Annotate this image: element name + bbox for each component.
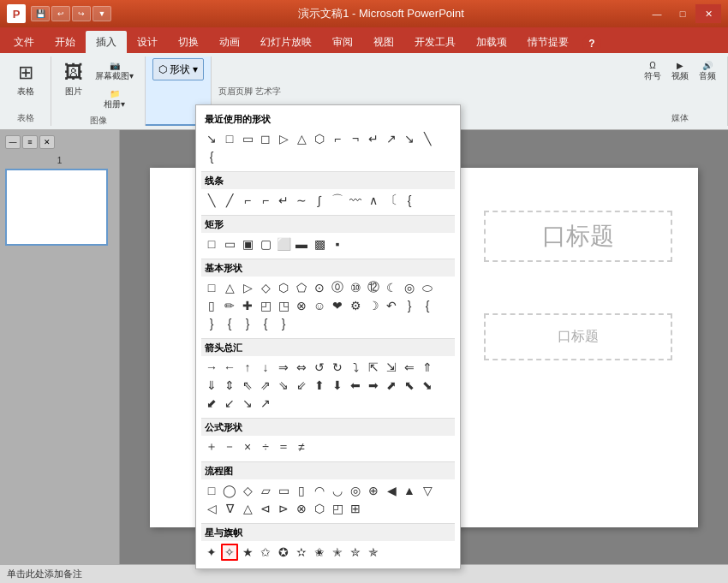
slide-title-placeholder[interactable]: 口标题 bbox=[484, 211, 672, 262]
shape-item[interactable]: ⬡ bbox=[311, 130, 328, 147]
shape-item[interactable]: ↶ bbox=[383, 297, 400, 314]
tab-animations[interactable]: 动画 bbox=[209, 31, 250, 53]
shape-item[interactable]: ⬈ bbox=[383, 377, 400, 394]
shape-item[interactable]: ◁ bbox=[203, 500, 220, 517]
shape-item[interactable]: ⚙ bbox=[347, 297, 364, 314]
shape-item[interactable]: □ bbox=[203, 482, 220, 499]
tab-design[interactable]: 设计 bbox=[127, 31, 168, 53]
shape-item[interactable]: ↵ bbox=[275, 192, 292, 209]
shape-item[interactable]: ⇓ bbox=[203, 377, 220, 394]
shape-item[interactable]: ⑩ bbox=[347, 279, 364, 296]
shape-item[interactable]: ⇐ bbox=[401, 359, 418, 376]
shape-item[interactable]: ◀ bbox=[383, 482, 400, 499]
shape-item[interactable]: ✭ bbox=[329, 544, 346, 561]
shape-item[interactable]: ✫ bbox=[293, 544, 310, 561]
shape-item[interactable]: ⊳ bbox=[275, 500, 292, 517]
shape-item[interactable]: ⌐ bbox=[329, 130, 346, 147]
tab-view[interactable]: 视图 bbox=[363, 31, 404, 53]
shape-item[interactable]: － bbox=[221, 438, 238, 455]
shape-item[interactable]: ▽ bbox=[419, 482, 436, 499]
shapes-scroll-area[interactable]: 最近使用的形状 ↘ □ ▭ ◻ ▷ △ ⬡ ⌐ ¬ ↵ ↗ ↘ ╲ { bbox=[196, 109, 460, 565]
shape-item[interactable]: { bbox=[203, 148, 220, 165]
shape-item[interactable]: ⇗ bbox=[257, 377, 274, 394]
shape-item[interactable]: ⓪ bbox=[329, 279, 346, 296]
shape-item[interactable]: ▷ bbox=[239, 279, 256, 296]
shape-item[interactable]: □ bbox=[221, 130, 238, 147]
shape-item[interactable]: ▣ bbox=[239, 235, 256, 253]
shape-item[interactable]: ★ bbox=[239, 544, 256, 561]
shape-item[interactable]: ◰ bbox=[257, 297, 274, 314]
help-button[interactable]: ? bbox=[582, 34, 601, 53]
tab-storyboard[interactable]: 情节提要 bbox=[517, 31, 579, 53]
shape-item[interactable]: ⊗ bbox=[293, 500, 310, 517]
shape-item[interactable]: ▭ bbox=[275, 482, 292, 499]
table-button[interactable]: ⊞ 表格 bbox=[10, 58, 41, 101]
tab-insert[interactable]: 插入 bbox=[86, 31, 127, 53]
shape-item[interactable]: ⬡ bbox=[275, 279, 292, 296]
shape-item[interactable]: ＋ bbox=[203, 438, 220, 455]
shape-item[interactable]: { bbox=[221, 315, 238, 332]
shape-item[interactable]: ÷ bbox=[257, 438, 274, 455]
shape-item[interactable]: ◰ bbox=[329, 500, 346, 517]
shape-item[interactable]: ↓ bbox=[257, 359, 274, 376]
shape-item[interactable]: ⬜ bbox=[275, 235, 292, 253]
shape-item[interactable]: ✩ bbox=[257, 544, 274, 561]
shape-item[interactable]: ↙ bbox=[221, 395, 238, 412]
shape-item[interactable]: ⇒ bbox=[275, 359, 292, 376]
shape-item[interactable]: } bbox=[275, 315, 292, 332]
shape-item[interactable]: ╱ bbox=[221, 192, 238, 209]
shape-item[interactable]: ✏ bbox=[221, 297, 238, 314]
shape-item[interactable]: ◇ bbox=[257, 279, 274, 296]
undo-button[interactable]: ↩ bbox=[51, 6, 70, 21]
tab-review[interactable]: 审阅 bbox=[322, 31, 363, 53]
shape-item[interactable]: ◎ bbox=[401, 279, 418, 296]
shape-item[interactable]: ⑫ bbox=[365, 279, 382, 296]
shape-item[interactable]: ✮ bbox=[347, 544, 364, 561]
shape-item[interactable]: ▲ bbox=[401, 482, 418, 499]
shape-item[interactable]: ❤ bbox=[329, 297, 346, 314]
shape-item[interactable]: ⇱ bbox=[365, 359, 382, 376]
shape-item[interactable]: ✧ bbox=[221, 544, 238, 561]
shape-item[interactable]: ◠ bbox=[311, 482, 328, 499]
shape-item[interactable]: ⇕ bbox=[221, 377, 238, 394]
shape-item[interactable]: ╲ bbox=[419, 130, 436, 147]
shape-item[interactable]: ↗ bbox=[257, 395, 274, 412]
shape-item[interactable]: ☽ bbox=[365, 297, 382, 314]
shape-item[interactable]: ▬ bbox=[293, 235, 310, 253]
shape-item[interactable]: ⊕ bbox=[365, 482, 382, 499]
shape-item[interactable]: ✚ bbox=[239, 297, 256, 314]
screenshot-button[interactable]: 📷 屏幕截图▾ bbox=[91, 58, 138, 85]
shape-item[interactable]: → bbox=[203, 359, 220, 376]
status-notes-text[interactable]: 单击此处添加备注 bbox=[7, 568, 82, 580]
shape-item[interactable]: × bbox=[239, 438, 256, 455]
shape-item[interactable]: ＝ bbox=[275, 438, 292, 455]
panel-outline-btn[interactable]: ≡ bbox=[22, 135, 38, 149]
close-button[interactable]: ✕ bbox=[695, 4, 721, 23]
shape-item[interactable]: ⬠ bbox=[293, 279, 310, 296]
slide-subtitle-placeholder[interactable]: 口标题 bbox=[484, 313, 672, 360]
shape-item[interactable]: ◻ bbox=[257, 130, 274, 147]
panel-minimize-btn[interactable]: — bbox=[5, 135, 21, 149]
shape-item[interactable]: ⬊ bbox=[419, 377, 436, 394]
maximize-button[interactable]: □ bbox=[670, 4, 695, 23]
slide-thumbnail[interactable] bbox=[5, 169, 108, 246]
shape-item[interactable]: 〰 bbox=[347, 192, 364, 209]
shape-item[interactable]: ⇙ bbox=[293, 377, 310, 394]
shape-item[interactable]: ▭ bbox=[239, 130, 256, 147]
shape-item[interactable]: ⬇ bbox=[329, 377, 346, 394]
shape-item[interactable]: ◇ bbox=[239, 482, 256, 499]
shape-item[interactable]: ⇑ bbox=[419, 359, 436, 376]
shape-item[interactable]: ⇔ bbox=[293, 359, 310, 376]
shape-item[interactable]: 〔 bbox=[383, 192, 400, 209]
shape-item[interactable]: ▪ bbox=[329, 235, 346, 253]
shape-item[interactable]: △ bbox=[293, 130, 310, 147]
shape-item[interactable]: ⬭ bbox=[419, 279, 436, 296]
tab-home[interactable]: 开始 bbox=[45, 31, 86, 53]
customize-btn[interactable]: ▼ bbox=[92, 6, 111, 21]
shape-item[interactable]: ↘ bbox=[203, 130, 220, 147]
shape-item[interactable]: ▱ bbox=[257, 482, 274, 499]
shape-item[interactable]: ≠ bbox=[293, 438, 310, 455]
window-controls[interactable]: — □ ✕ bbox=[644, 4, 721, 23]
minimize-button[interactable]: — bbox=[644, 4, 670, 23]
shape-item[interactable]: ⇲ bbox=[383, 359, 400, 376]
